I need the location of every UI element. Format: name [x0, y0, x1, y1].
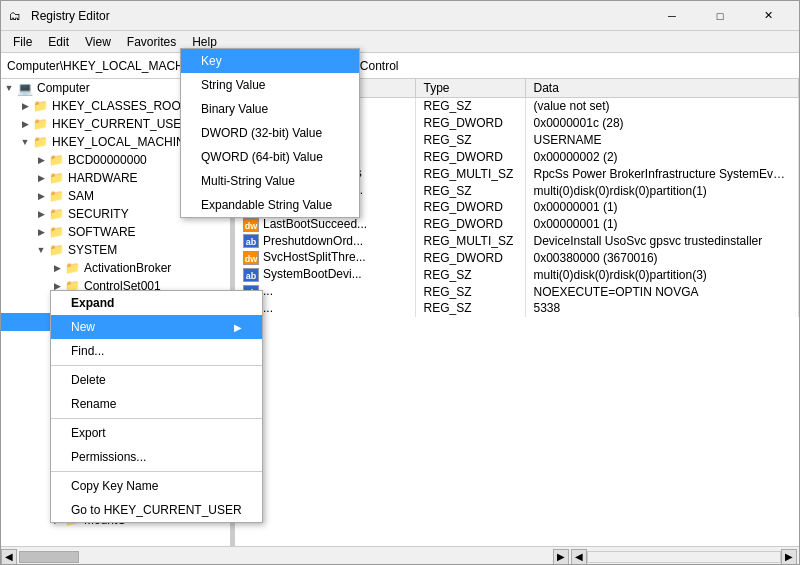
- context-menu-item[interactable]: Copy Key Name: [51, 474, 262, 498]
- expand-arrow-icon[interactable]: ▶: [33, 227, 49, 237]
- expand-arrow-icon[interactable]: ▶: [17, 101, 33, 111]
- context-menu-item[interactable]: Expand: [51, 291, 262, 315]
- context-menu-separator: [51, 471, 262, 472]
- table-cell-data: USERNAME: [525, 132, 799, 149]
- table-cell-data: 0x00000002 (2): [525, 148, 799, 165]
- table-cell-data: (value not set): [525, 98, 799, 115]
- table-cell-data: multi(0)disk(0)rdisk(0)partition(1): [525, 182, 799, 199]
- context-menu-item[interactable]: Permissions...: [51, 445, 262, 469]
- table-cell-type: REG_MULTI_SZ: [415, 165, 525, 182]
- menu-bar: File Edit View Favorites Help: [1, 31, 799, 53]
- folder-icon: 📁: [49, 243, 64, 257]
- submenu-item[interactable]: DWORD (32-bit) Value: [181, 121, 359, 145]
- context-menu-item[interactable]: Rename: [51, 392, 262, 416]
- tree-item-label: SOFTWARE: [68, 225, 136, 239]
- context-menu-item[interactable]: Delete: [51, 368, 262, 392]
- menu-file[interactable]: File: [5, 33, 40, 51]
- context-menu-item-label: Go to HKEY_CURRENT_USER: [71, 503, 242, 517]
- table-cell-type: REG_SZ: [415, 132, 525, 149]
- table-cell-name: dwSvcHostSplitThre...: [235, 249, 415, 266]
- table-cell-data: 0x0000001c (28): [525, 115, 799, 132]
- context-menu: ExpandNew▶Find...DeleteRenameExportPermi…: [50, 290, 263, 523]
- table-row[interactable]: abSystemBootDevi...REG_SZmulti(0)disk(0)…: [235, 266, 799, 283]
- submenu: KeyString ValueBinary ValueDWORD (32-bit…: [180, 48, 360, 218]
- expand-arrow-icon[interactable]: ▼: [1, 83, 17, 93]
- app-icon: 🗂: [9, 8, 25, 24]
- context-menu-item-label: Copy Key Name: [71, 479, 158, 493]
- submenu-item[interactable]: Expandable String Value: [181, 193, 359, 217]
- table-cell-data: 0x00000001 (1): [525, 199, 799, 216]
- context-menu-item[interactable]: Export: [51, 421, 262, 445]
- tree-item-label: SECURITY: [68, 207, 129, 221]
- tree-scroll-right-button[interactable]: ▶: [781, 549, 797, 565]
- expand-arrow-icon[interactable]: ▶: [33, 173, 49, 183]
- context-menu-item[interactable]: Go to HKEY_CURRENT_USER: [51, 498, 262, 522]
- context-menu-item[interactable]: Find...: [51, 339, 262, 363]
- folder-icon: 📁: [33, 99, 48, 113]
- maximize-button[interactable]: □: [697, 2, 743, 30]
- folder-icon: 📁: [49, 153, 64, 167]
- title-bar: 🗂 Registry Editor ─ □ ✕: [1, 1, 799, 31]
- registry-icon: dw: [243, 218, 259, 232]
- menu-view[interactable]: View: [77, 33, 119, 51]
- submenu-item[interactable]: Multi-String Value: [181, 169, 359, 193]
- tree-item-label: SYSTEM: [68, 243, 117, 257]
- submenu-item[interactable]: Key: [181, 49, 359, 73]
- menu-favorites[interactable]: Favorites: [119, 33, 184, 51]
- table-cell-data: multi(0)disk(0)rdisk(0)partition(3): [525, 266, 799, 283]
- tree-item-label: Computer: [37, 81, 90, 95]
- folder-icon: 📁: [33, 135, 48, 149]
- menu-edit[interactable]: Edit: [40, 33, 77, 51]
- table-cell-type: REG_SZ: [415, 266, 525, 283]
- expand-arrow-icon[interactable]: ▶: [33, 191, 49, 201]
- table-row[interactable]: dwSvcHostSplitThre...REG_DWORD0x00380000…: [235, 249, 799, 266]
- submenu-item[interactable]: Binary Value: [181, 97, 359, 121]
- table-row[interactable]: abPreshutdownOrd...REG_MULTI_SZDeviceIns…: [235, 233, 799, 250]
- context-menu-separator: [51, 418, 262, 419]
- tree-item[interactable]: ▶📁SOFTWARE: [1, 223, 230, 241]
- folder-icon: 💻: [17, 81, 33, 96]
- expand-arrow-icon[interactable]: ▶: [49, 263, 65, 273]
- table-cell-data: 0x00000001 (1): [525, 216, 799, 233]
- minimize-button[interactable]: ─: [649, 2, 695, 30]
- scroll-right-button[interactable]: ▶: [553, 549, 569, 565]
- context-menu-item-label: Export: [71, 426, 106, 440]
- submenu-item[interactable]: String Value: [181, 73, 359, 97]
- expand-arrow-icon[interactable]: ▶: [33, 155, 49, 165]
- table-row[interactable]: dwLastBootSucceed...REG_DWORD0x00000001 …: [235, 216, 799, 233]
- table-cell-type: REG_DWORD: [415, 148, 525, 165]
- col-header-data: Data: [525, 79, 799, 98]
- submenu-arrow-icon: ▶: [234, 322, 242, 333]
- table-cell-data: 5338: [525, 300, 799, 317]
- tree-item[interactable]: ▼📁SYSTEM: [1, 241, 230, 259]
- scroll-left-button[interactable]: ◀: [1, 549, 17, 565]
- close-button[interactable]: ✕: [745, 2, 791, 30]
- table-cell-data: NOEXECUTE=OPTIN NOVGA: [525, 283, 799, 300]
- table-cell-type: REG_MULTI_SZ: [415, 233, 525, 250]
- table-row[interactable]: ab...REG_SZNOEXECUTE=OPTIN NOVGA: [235, 283, 799, 300]
- table-cell-data: 0x00380000 (3670016): [525, 249, 799, 266]
- table-cell-type: REG_SZ: [415, 182, 525, 199]
- expand-arrow-icon[interactable]: ▼: [17, 137, 33, 147]
- expand-arrow-icon[interactable]: ▼: [33, 245, 49, 255]
- tree-item-label: SAM: [68, 189, 94, 203]
- registry-icon: dw: [243, 251, 259, 265]
- table-cell-name: abSystemBootDevi...: [235, 266, 415, 283]
- context-menu-item[interactable]: New▶: [51, 315, 262, 339]
- expand-arrow-icon[interactable]: ▶: [17, 119, 33, 129]
- folder-icon: 📁: [65, 261, 80, 275]
- tree-item[interactable]: ▶📁ActivationBroker: [1, 259, 230, 277]
- address-bar: Computer\HKEY_LOCAL_MACHINE\SYSTEM\Curre…: [1, 53, 799, 79]
- registry-icon: ab: [243, 234, 259, 248]
- table-row[interactable]: ab...REG_SZ5338: [235, 300, 799, 317]
- table-cell-type: REG_SZ: [415, 283, 525, 300]
- folder-icon: 📁: [49, 171, 64, 185]
- table-cell-name: abPreshutdownOrd...: [235, 233, 415, 250]
- expand-arrow-icon[interactable]: ▶: [33, 209, 49, 219]
- folder-icon: 📁: [49, 207, 64, 221]
- tree-item-label: HKEY_CURRENT_USER: [52, 117, 190, 131]
- submenu-item[interactable]: QWORD (64-bit) Value: [181, 145, 359, 169]
- horizontal-scrollbar[interactable]: [17, 549, 553, 565]
- tree-item-label: ActivationBroker: [84, 261, 171, 275]
- tree-scroll-left-button[interactable]: ◀: [571, 549, 587, 565]
